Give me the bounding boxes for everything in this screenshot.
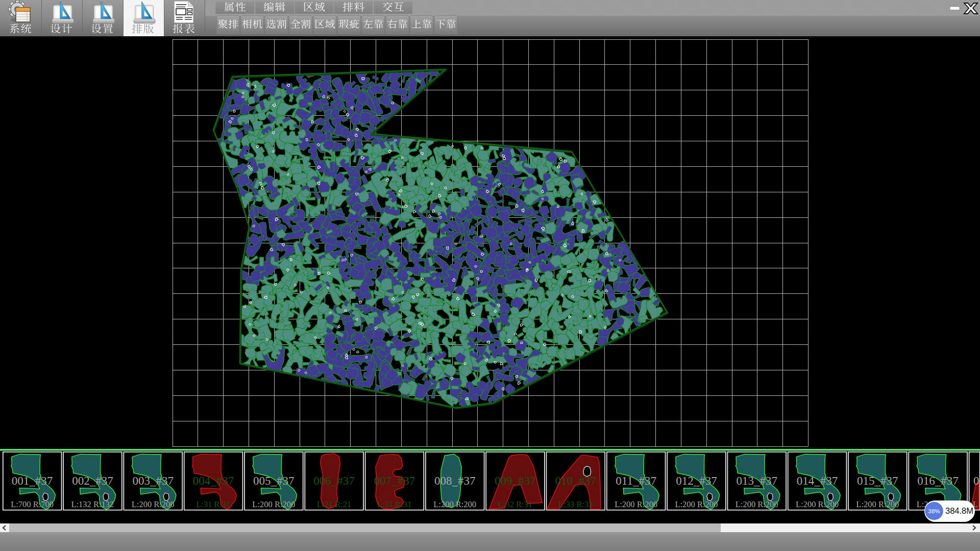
svg-text:016_#37: 016_#37 [917,474,959,487]
svg-text:004_#37: 004_#37 [193,474,234,487]
svg-text:L:21 R:21: L:21 R:21 [317,499,351,509]
svg-text:014_#37: 014_#37 [797,474,838,487]
svg-text:0: 0 [973,474,979,487]
svg-text:001_#37: 001_#37 [12,474,53,487]
svg-text:L:200 R:200: L:200 R:200 [132,499,175,509]
svg-text:L:33 R:33: L:33 R:33 [558,499,593,509]
svg-text:012_#37: 012_#37 [676,474,717,487]
svg-text:L:200 R:200: L:200 R:200 [736,499,778,509]
svg-text:007_#37: 007_#37 [374,474,415,487]
svg-text:L:200 R:200: L:200 R:200 [796,499,839,509]
svg-text:L:32 R:31: L:32 R:31 [498,499,532,509]
svg-text:015_#37: 015_#37 [857,474,898,487]
svg-text:010_#37: 010_#37 [555,474,597,487]
svg-text:011_#37: 011_#37 [616,474,656,487]
svg-text:38%: 38% [928,508,940,514]
svg-text:008_#37: 008_#37 [434,474,476,487]
svg-text:384.8M: 384.8M [945,506,973,515]
svg-text:L:200 R:200: L:200 R:200 [675,499,718,509]
svg-text:013_#37: 013_#37 [736,474,777,487]
svg-text:L:132 R:132: L:132 R:132 [71,499,114,509]
svg-text:L:31 R:31: L:31 R:31 [377,499,411,509]
svg-text:L:200 R:200: L:200 R:200 [856,499,899,509]
svg-text:006_#37: 006_#37 [313,474,355,487]
svg-text:L:200 R:200: L:200 R:200 [615,499,657,509]
svg-text:009_#37: 009_#37 [495,474,536,487]
svg-text:L:200 R:200: L:200 R:200 [252,499,295,509]
svg-text:002_#37: 002_#37 [72,474,113,487]
svg-text:L:200 R:200: L:200 R:200 [433,499,476,509]
svg-text:L:31 R:31: L:31 R:31 [196,499,230,509]
svg-text:005_#37: 005_#37 [253,474,295,487]
svg-text:L:700 R:700: L:700 R:700 [11,499,54,509]
svg-text:003_#37: 003_#37 [132,474,174,487]
